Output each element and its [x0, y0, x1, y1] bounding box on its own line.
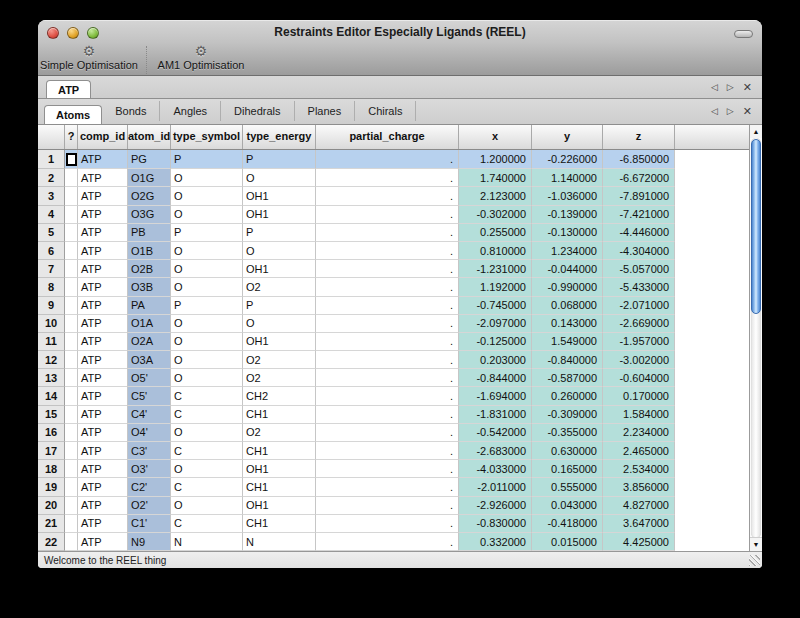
cell-type-energy[interactable]: CH1	[243, 478, 316, 496]
cell-comp-id[interactable]: ATP	[78, 369, 128, 387]
cell-atom-id[interactable]: O3'	[128, 460, 171, 478]
row-number[interactable]: 15	[38, 406, 65, 424]
cell-comp-id[interactable]: ATP	[78, 515, 128, 533]
cell-comp-id[interactable]: ATP	[78, 224, 128, 242]
cell-comp-id[interactable]: ATP	[78, 333, 128, 351]
cell-comp-id[interactable]: ATP	[78, 150, 128, 169]
cell-y[interactable]: 0.165000	[532, 460, 603, 478]
cell-atom-id[interactable]: PA	[128, 297, 171, 315]
cell-type-symbol[interactable]: O	[171, 424, 243, 442]
cell-atom-id[interactable]: O1A	[128, 315, 171, 333]
cell-atom-id[interactable]: O3G	[128, 206, 171, 224]
row-number[interactable]: 4	[38, 206, 65, 224]
cell-z[interactable]: 2.465000	[603, 442, 675, 460]
row-number[interactable]: 17	[38, 442, 65, 460]
cell-atom-id[interactable]: O2A	[128, 333, 171, 351]
column-header-type-energy[interactable]: type_energy	[243, 125, 316, 149]
cell-type-energy[interactable]: CH1	[243, 442, 316, 460]
cell-y[interactable]: -0.990000	[532, 278, 603, 296]
cell-partial-charge[interactable]: .	[316, 460, 459, 478]
cell-atom-id[interactable]: C2'	[128, 478, 171, 496]
cell-comp-id[interactable]: ATP	[78, 478, 128, 496]
row-number[interactable]: 14	[38, 387, 65, 405]
cell-atom-id[interactable]: O2G	[128, 187, 171, 205]
tab-close-icon[interactable]: ✕	[743, 106, 752, 117]
row-number[interactable]: 9	[38, 297, 65, 315]
cell-comp-id[interactable]: ATP	[78, 297, 128, 315]
scroll-up-icon[interactable]: ▲	[750, 125, 762, 138]
cell-type-symbol[interactable]: P	[171, 297, 243, 315]
cell-x[interactable]: 2.123000	[459, 187, 532, 205]
cell-y[interactable]: 0.015000	[532, 533, 603, 551]
row-number[interactable]: 12	[38, 351, 65, 369]
cell-blank[interactable]	[65, 242, 78, 260]
cell-blank[interactable]	[65, 442, 78, 460]
cell-type-symbol[interactable]: O	[171, 278, 243, 296]
tab-atp[interactable]: ATP	[46, 80, 91, 98]
column-header-comp-id[interactable]: comp_id	[78, 125, 128, 149]
cell-type-energy[interactable]: O	[243, 242, 316, 260]
cell-type-symbol[interactable]: O	[171, 351, 243, 369]
cell-z[interactable]: -0.604000	[603, 369, 675, 387]
cell-blank[interactable]	[65, 333, 78, 351]
cell-comp-id[interactable]: ATP	[78, 442, 128, 460]
cell-atom-id[interactable]: N9	[128, 533, 171, 551]
row-number[interactable]: 5	[38, 224, 65, 242]
cell-type-symbol[interactable]: C	[171, 515, 243, 533]
cell-atom-id[interactable]: C1'	[128, 515, 171, 533]
cell-type-energy[interactable]: OH1	[243, 206, 316, 224]
cell-type-symbol[interactable]: P	[171, 224, 243, 242]
cell-x[interactable]: -2.097000	[459, 315, 532, 333]
row-number[interactable]: 8	[38, 278, 65, 296]
cell-atom-id[interactable]: O4'	[128, 424, 171, 442]
row-number[interactable]: 7	[38, 260, 65, 278]
cell-atom-id[interactable]: O3B	[128, 278, 171, 296]
cell-z[interactable]: 4.827000	[603, 497, 675, 515]
cell-type-symbol[interactable]: C	[171, 442, 243, 460]
cell-x[interactable]: 0.332000	[459, 533, 532, 551]
cell-y[interactable]: -0.309000	[532, 406, 603, 424]
cell-partial-charge[interactable]: .	[316, 315, 459, 333]
cell-atom-id[interactable]: PG	[128, 150, 171, 169]
cell-x[interactable]: 1.192000	[459, 278, 532, 296]
cell-x[interactable]: 0.203000	[459, 351, 532, 369]
cell-type-energy[interactable]: O2	[243, 369, 316, 387]
cell-atom-id[interactable]: O5'	[128, 369, 171, 387]
cell-z[interactable]: -2.669000	[603, 315, 675, 333]
cell-type-symbol[interactable]: C	[171, 406, 243, 424]
cell-type-energy[interactable]: O	[243, 315, 316, 333]
cell-z[interactable]: 2.234000	[603, 424, 675, 442]
cell-partial-charge[interactable]: .	[316, 351, 459, 369]
cell-y[interactable]: 0.630000	[532, 442, 603, 460]
cell-type-energy[interactable]: CH1	[243, 515, 316, 533]
cell-y[interactable]: -0.840000	[532, 351, 603, 369]
cell-z[interactable]: 2.534000	[603, 460, 675, 478]
cell-type-energy[interactable]: O2	[243, 424, 316, 442]
row-number[interactable]: 19	[38, 478, 65, 496]
cell-x[interactable]: 1.200000	[459, 150, 532, 169]
cell-blank[interactable]	[65, 478, 78, 496]
cell-atom-id[interactable]: O3A	[128, 351, 171, 369]
row-number[interactable]: 20	[38, 497, 65, 515]
cell-comp-id[interactable]: ATP	[78, 260, 128, 278]
cell-blank[interactable]	[65, 387, 78, 405]
cell-type-energy[interactable]: OH1	[243, 260, 316, 278]
cell-type-symbol[interactable]: O	[171, 315, 243, 333]
cell-y[interactable]: 0.260000	[532, 387, 603, 405]
row-number[interactable]: 13	[38, 369, 65, 387]
cell-partial-charge[interactable]: .	[316, 150, 459, 169]
cell-x[interactable]: -0.302000	[459, 206, 532, 224]
cell-blank[interactable]	[65, 406, 78, 424]
cell-blank[interactable]	[65, 515, 78, 533]
row-number[interactable]: 21	[38, 515, 65, 533]
tab-scroll-left-icon[interactable]: ◁	[711, 83, 718, 92]
cell-blank[interactable]	[65, 150, 78, 169]
cell-blank[interactable]	[65, 533, 78, 551]
cell-partial-charge[interactable]: .	[316, 478, 459, 496]
cell-type-energy[interactable]: O2	[243, 278, 316, 296]
cell-z[interactable]: 1.584000	[603, 406, 675, 424]
cell-x[interactable]: -2.011000	[459, 478, 532, 496]
cell-z[interactable]: -4.304000	[603, 242, 675, 260]
cell-comp-id[interactable]: ATP	[78, 387, 128, 405]
cell-x[interactable]: 1.740000	[459, 169, 532, 187]
